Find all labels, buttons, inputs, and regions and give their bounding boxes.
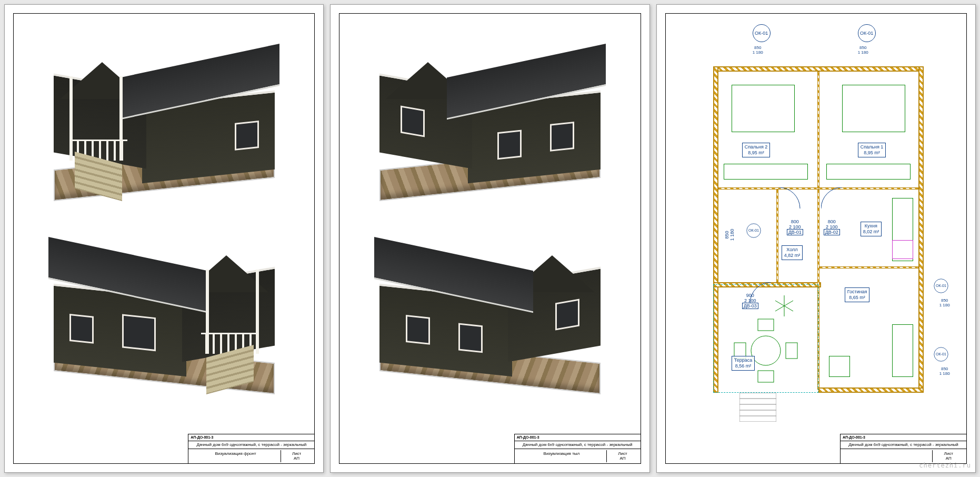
room-label-living: Гостиная8,65 m²	[845, 287, 870, 302]
render-rear-2	[379, 230, 601, 399]
terrace-outline	[713, 284, 818, 393]
door-tag: 8002 100 ДВ-01	[787, 219, 803, 235]
sheet-title: Дачный дом 6х9 одноэтажный, с террасой -…	[517, 442, 638, 448]
window-tag: ОК-01	[753, 24, 771, 42]
window-dim: 8501 180	[939, 298, 950, 307]
sheet-frame: АП-ДО-001-3 Дачный дом 6х9 одноэтажный, …	[339, 13, 641, 464]
bed-icon	[732, 85, 795, 132]
window-dim: 8501 180	[939, 366, 950, 376]
room-label-kitchen: Кухня8,02 m²	[861, 222, 882, 236]
sheet-caption	[843, 450, 933, 462]
sheet-plan: ОК-01 8501 180 ОК-01 8501 180	[656, 4, 976, 473]
sheet-leaf: Лист АП	[607, 450, 638, 462]
svg-rect-11	[739, 393, 776, 422]
sheet-caption: Визуализация фронт	[191, 450, 281, 462]
sheet-rear: АП-ДО-001-3 Дачный дом 6х9 одноэтажный, …	[330, 4, 649, 473]
room-label-bedroom2: Спальня 28,95 m²	[742, 143, 771, 157]
sheet-front: АП-ДО-001-3 Дачный дом 6х9 одноэтажный, …	[4, 4, 324, 473]
sheet-code: АП-ДО-001-3	[843, 435, 964, 440]
sheet-code: АП-ДО-001-3	[517, 435, 638, 440]
render-front-2	[54, 230, 275, 399]
floor-plan: ОК-01 8501 180 ОК-01 8501 180	[676, 24, 956, 411]
wardrobe-icon	[826, 164, 911, 180]
sheet-title: Дачный дом 6х9 одноэтажный, с террасой -…	[843, 442, 964, 448]
window-dim: 8501 180	[753, 45, 763, 55]
title-block-plan: АП-ДО-001-3 Дачный дом 6х9 одноэтажный, …	[840, 434, 966, 463]
window-tag: ОК-01	[746, 223, 761, 237]
armchair-icon	[829, 356, 850, 377]
wardrobe-icon	[724, 164, 808, 180]
window-tag: ОК-01	[934, 347, 948, 361]
sheet-title: Дачный дом 6х9 одноэтажный, с террасой -…	[191, 442, 312, 448]
sheet-frame: АП-ДО-001-3 Дачный дом 6х9 одноэтажный, …	[13, 13, 315, 464]
render-container	[339, 14, 640, 463]
window-side-dim: 8501 180	[724, 229, 735, 241]
sheet-leaf: Лист АП	[281, 450, 313, 462]
window-tag: ОК-01	[934, 279, 948, 293]
render-container	[14, 14, 314, 463]
render-rear-1	[379, 37, 601, 205]
sofa-icon	[892, 324, 913, 377]
stove-icon	[892, 240, 913, 259]
title-block-rear: АП-ДО-001-3 Дачный дом 6х9 одноэтажный, …	[514, 434, 641, 463]
watermark: chertezhi.ru	[919, 462, 971, 469]
window-tag: ОК-01	[858, 24, 876, 42]
sheet-leaf: Лист АП	[933, 450, 964, 462]
plan-outline: Спальня 28,95 m² Спальня 18,95 m² Холл4,…	[713, 66, 924, 393]
door-arc-icon	[779, 187, 816, 214]
stairs-icon	[739, 393, 776, 422]
title-block-front: АП-ДО-001-3 Дачный дом 6х9 одноэтажный, …	[188, 434, 314, 463]
room-label-bedroom1: Спальня 18,95 m²	[858, 143, 886, 157]
sheet-frame: ОК-01 8501 180 ОК-01 8501 180	[665, 13, 967, 464]
window-dim: 8501 180	[858, 45, 868, 55]
door-arc-icon	[821, 187, 858, 214]
room-label-hall: Холл4,82 m²	[782, 245, 803, 260]
render-front-1	[54, 37, 275, 205]
sheet-caption: Визуализация тыл	[517, 450, 607, 462]
door-tag: 8002 100 ДВ-02	[824, 219, 840, 235]
bed-icon	[842, 85, 905, 132]
sheet-code: АП-ДО-001-3	[191, 435, 312, 440]
